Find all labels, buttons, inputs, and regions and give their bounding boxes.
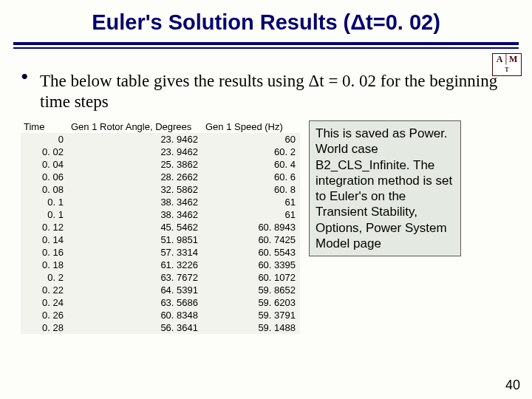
table-cell: 0. 02 — [21, 146, 68, 158]
table-cell: 23. 9462 — [68, 146, 202, 158]
table-cell: 56. 3641 — [68, 321, 202, 334]
table-row: 0. 2660. 834859. 3791 — [21, 309, 300, 321]
table-cell: 60. 1072 — [202, 271, 300, 284]
table-cell: 0. 22 — [21, 284, 68, 296]
table-cell: 60. 4 — [202, 158, 300, 171]
table-cell: 60. 5543 — [202, 246, 300, 259]
table-row: 0. 0628. 266260. 6 — [21, 171, 300, 183]
table-row: 0. 263. 767260. 1072 — [21, 271, 300, 284]
table-cell: 60. 8 — [202, 183, 300, 196]
table-row: 0. 138. 346261 — [21, 196, 300, 208]
table-cell: 0. 12 — [21, 221, 68, 233]
table-cell: 61. 3226 — [68, 259, 202, 271]
table-row: 0. 138. 346261 — [21, 208, 300, 221]
table-row: 0. 1657. 331460. 5543 — [21, 246, 300, 259]
title-rule — [13, 42, 519, 49]
table-row: 0. 2264. 539159. 8652 — [21, 284, 300, 296]
table-cell: 38. 3462 — [68, 208, 202, 221]
table-cell: 0. 26 — [21, 309, 68, 321]
table-cell: 51. 9851 — [68, 233, 202, 246]
table-cell: 63. 5686 — [68, 296, 202, 309]
col-time-header: Time — [21, 120, 68, 133]
table-cell: 32. 5862 — [68, 183, 202, 196]
table-cell: 25. 3862 — [68, 158, 202, 171]
table-row: 0. 1861. 322660. 3395 — [21, 259, 300, 271]
table-cell: 28. 2662 — [68, 171, 202, 183]
col-angle-header: Gen 1 Rotor Angle, Degrees — [68, 120, 202, 133]
bullet-dot-icon: • — [21, 71, 40, 112]
table-cell: 23. 9462 — [68, 133, 202, 146]
table-row: 0. 0223. 946260. 2 — [21, 146, 300, 158]
bullet-text: The below table gives the results using … — [40, 71, 517, 112]
table-cell: 0. 18 — [21, 259, 68, 271]
table-row: 0. 1245. 546260. 8943 — [21, 221, 300, 233]
table-row: 0. 0425. 386260. 4 — [21, 158, 300, 171]
table-cell: 59. 8652 — [202, 284, 300, 296]
col-speed-header: Gen 1 Speed (Hz) — [202, 120, 300, 133]
bullet-item: • The below table gives the results usin… — [21, 71, 517, 112]
table-cell: 0 — [21, 133, 68, 146]
page-number: 40 — [505, 378, 520, 393]
table-cell: 60. 2 — [202, 146, 300, 158]
table-cell: 38. 3462 — [68, 196, 202, 208]
slide-title: Euler's Solution Results (Δt=0. 02) — [0, 0, 532, 35]
table-row: 0. 1451. 985160. 7425 — [21, 233, 300, 246]
table-cell: 45. 5462 — [68, 221, 202, 233]
table-cell: 59. 6203 — [202, 296, 300, 309]
table-row: 0. 2463. 568659. 6203 — [21, 296, 300, 309]
table-cell: 0. 1 — [21, 196, 68, 208]
table-cell: 63. 7672 — [68, 271, 202, 284]
table-cell: 0. 04 — [21, 158, 68, 171]
table-cell: 60 — [202, 133, 300, 146]
table-cell: 0. 16 — [21, 246, 68, 259]
side-note-box: This is saved as Power. World case B2_CL… — [309, 120, 461, 256]
table-cell: 61 — [202, 196, 300, 208]
table-cell: 59. 1488 — [202, 321, 300, 334]
table-cell: 0. 28 — [21, 321, 68, 334]
table-cell: 60. 6 — [202, 171, 300, 183]
table-cell: 0. 14 — [21, 233, 68, 246]
table-cell: 57. 3314 — [68, 246, 202, 259]
table-cell: 0. 06 — [21, 171, 68, 183]
table-cell: 0. 1 — [21, 208, 68, 221]
table-cell: 64. 5391 — [68, 284, 202, 296]
table-header-row: Time Gen 1 Rotor Angle, Degrees Gen 1 Sp… — [21, 120, 300, 133]
table-cell: 60. 3395 — [202, 259, 300, 271]
table-cell: 60. 8348 — [68, 309, 202, 321]
table-row: 0. 0832. 586260. 8 — [21, 183, 300, 196]
table-row: 0. 2856. 364159. 1488 — [21, 321, 300, 334]
table-cell: 0. 2 — [21, 271, 68, 284]
table-cell: 59. 3791 — [202, 309, 300, 321]
table-cell: 60. 7425 — [202, 233, 300, 246]
table-cell: 0. 08 — [21, 183, 68, 196]
results-table: Time Gen 1 Rotor Angle, Degrees Gen 1 Sp… — [21, 120, 300, 334]
table-row: 023. 946260 — [21, 133, 300, 146]
table-cell: 0. 24 — [21, 296, 68, 309]
table-cell: 60. 8943 — [202, 221, 300, 233]
table-cell: 61 — [202, 208, 300, 221]
